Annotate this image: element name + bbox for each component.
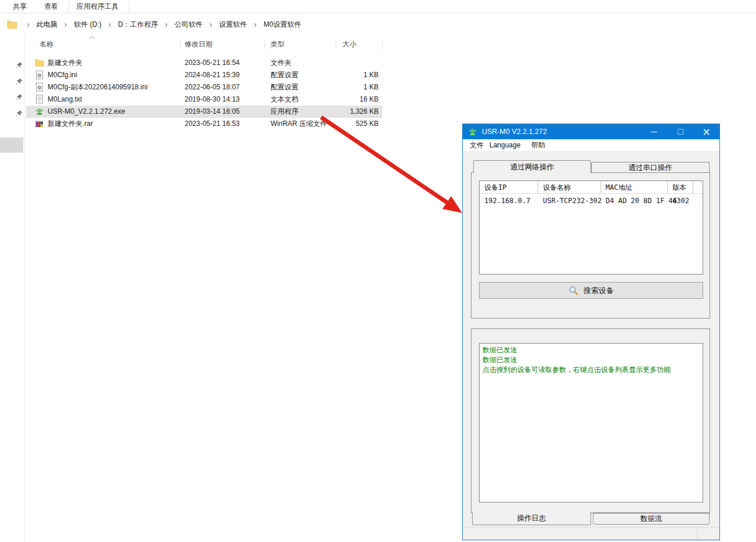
menu-help[interactable]: 帮助 [531, 139, 545, 151]
file-date: 2024-08-21 15:39 [185, 69, 240, 81]
file-date: 2019-03-14 16:05 [185, 106, 240, 118]
log-line: 数据已发送 [483, 355, 700, 365]
file-type: 配置设置 [271, 81, 298, 93]
maximize-button[interactable] [667, 124, 693, 139]
breadcrumb-separator-icon[interactable]: › [250, 20, 260, 28]
search-devices-label: 搜索设备 [584, 286, 614, 296]
device-col-mac[interactable]: MAC地址 [601, 181, 668, 194]
breadcrumb-company-software[interactable]: 公司软件 [171, 20, 206, 30]
tab-data-stream[interactable]: 数据流 [593, 513, 710, 525]
minimize-icon [651, 132, 657, 132]
ribbon-tab-app-tools[interactable]: 应用程序工具 [73, 0, 122, 13]
usr-m0-window: USR-M0 V2.2.1.272 × 文件 Language 帮助 通过网络操… [462, 124, 720, 540]
menu-language[interactable]: Language [489, 139, 520, 151]
ini-file-icon [35, 70, 44, 80]
breadcrumb-separator-icon[interactable]: › [61, 20, 71, 28]
status-bar-divider [697, 529, 697, 539]
log-line: 数据已发送 [483, 345, 700, 355]
tab-network-operation[interactable]: 通过网络操作 [473, 160, 591, 173]
maximize-icon [678, 129, 683, 135]
search-icon [568, 286, 578, 295]
file-name: M0Lang.txt [48, 93, 82, 106]
tab-operation-log[interactable]: 操作日志 [472, 512, 591, 525]
breadcrumb-m0-setup[interactable]: M0设置软件 [260, 20, 305, 30]
ribbon-tab-view[interactable]: 查看 [41, 0, 62, 13]
folder-icon [35, 58, 44, 67]
address-bar[interactable]: › 此电脑 › 软件 (D:) › D：工作程序 › 公司软件 › 设置软件 ›… [0, 14, 756, 35]
breadcrumb-separator-icon[interactable]: › [206, 20, 216, 28]
column-header-date[interactable]: 修改日期 [185, 36, 213, 53]
rar-archive-icon [35, 119, 44, 128]
column-divider[interactable] [336, 39, 336, 50]
menu-file[interactable]: 文件 [470, 139, 484, 151]
ribbon-separator [69, 2, 69, 12]
file-size: 1 KB [314, 81, 379, 93]
ribbon-separator [129, 2, 129, 12]
file-name: M0Cfg.ini [48, 69, 77, 81]
file-name: 新建文件夹 [48, 57, 82, 69]
operation-log-textbox[interactable]: 数据已发送 数据已发送 点击搜到的设备可读取参数，右键点击设备列表显示更多功能 [479, 343, 703, 503]
file-size: 525 KB [314, 118, 379, 130]
device-list-header: 设备IP 设备名称 MAC地址 版本 [480, 181, 703, 194]
tab-serial-operation[interactable]: 通过串口操作 [591, 162, 710, 173]
file-type: 配置设置 [271, 69, 298, 81]
column-header-size[interactable]: 大小 [343, 36, 357, 53]
file-list-header: 名称 修改日期 类型 大小 [26, 36, 383, 53]
search-devices-button[interactable]: 搜索设备 [479, 282, 703, 299]
ini-file-icon [35, 82, 44, 92]
file-type: 文件夹 [271, 57, 291, 69]
ribbon-tab-share[interactable]: 共享 [9, 0, 30, 13]
nav-pane-divider [24, 35, 25, 542]
file-date: 2023-05-21 16:53 [185, 118, 240, 130]
column-divider[interactable] [382, 39, 383, 50]
breadcrumb-drive-d[interactable]: 软件 (D:) [70, 20, 105, 30]
close-button[interactable]: × [693, 124, 719, 139]
file-date: 2023-05-21 16:54 [185, 57, 240, 69]
file-size: 1 KB [314, 69, 379, 81]
device-mac: D4 AD 20 8D 1F 46 [601, 196, 668, 206]
file-date: 2019-08-30 14:13 [185, 93, 240, 106]
breadcrumb-setup-software[interactable]: 设置软件 [215, 20, 250, 30]
file-name: M0Cfg-副本20220614095918.ini [48, 81, 147, 93]
file-row-ini-copy[interactable]: M0Cfg-副本20220614095918.ini 2022-06-05 18… [26, 81, 382, 93]
breadcrumb-separator-icon[interactable]: › [105, 20, 115, 28]
column-divider[interactable] [180, 39, 181, 50]
text-file-icon [35, 95, 44, 104]
column-header-type[interactable]: 类型 [271, 36, 285, 53]
file-type: 应用程序 [271, 106, 298, 118]
pushpin-icon[interactable] [15, 93, 23, 102]
file-row-ini[interactable]: M0Cfg.ini 2024-08-21 15:39 配置设置 1 KB [26, 69, 382, 81]
file-size [314, 57, 379, 69]
status-bar [463, 527, 719, 540]
column-divider[interactable] [264, 39, 265, 50]
breadcrumb-separator-icon[interactable]: › [23, 20, 33, 28]
column-header-name[interactable]: 名称 [39, 36, 53, 53]
file-row-folder[interactable]: 新建文件夹 2023-05-21 16:54 文件夹 [26, 57, 382, 69]
breadcrumb-this-pc[interactable]: 此电脑 [33, 20, 61, 30]
file-type: 文本文档 [271, 93, 298, 106]
pushpin-icon[interactable] [15, 109, 23, 118]
file-size: 16 KB [314, 93, 379, 106]
breadcrumb-separator-icon[interactable]: › [161, 20, 171, 28]
sort-ascending-icon [88, 36, 95, 39]
titlebar[interactable]: USR-M0 V2.2.1.272 × [463, 124, 719, 139]
file-row-exe-selected[interactable]: USR-M0_V2.2.1.272.exe 2019-03-14 16:05 应… [26, 106, 382, 118]
file-name: USR-M0_V2.2.1.272.exe [48, 106, 125, 118]
device-col-ip[interactable]: 设备IP [480, 181, 538, 194]
file-date: 2022-06-05 18:07 [185, 81, 240, 93]
folder-icon [7, 19, 17, 30]
file-name: 新建文件夹.rar [48, 118, 93, 130]
device-col-name[interactable]: 设备名称 [538, 181, 601, 194]
breadcrumb-work-programs[interactable]: D：工作程序 [114, 20, 161, 30]
nav-pane-scroll-thumb[interactable] [0, 138, 23, 153]
file-row-txt[interactable]: M0Lang.txt 2019-08-30 14:13 文本文档 16 KB [26, 93, 382, 106]
log-line: 点击搜到的设备可读取参数，右键点击设备列表显示更多功能 [483, 365, 700, 375]
usr-exe-icon [35, 107, 44, 116]
usr-app-icon [468, 127, 477, 136]
pushpin-icon[interactable] [15, 77, 23, 86]
minimize-button[interactable] [641, 124, 667, 139]
device-list[interactable]: 设备IP 设备名称 MAC地址 版本 192.168.0.7 USR-TCP23… [479, 180, 703, 274]
device-col-version[interactable]: 版本 [668, 181, 693, 194]
pushpin-icon[interactable] [15, 61, 23, 70]
file-row-rar[interactable]: 新建文件夹.rar 2023-05-21 16:53 WinRAR 压缩文件 5… [26, 118, 382, 130]
